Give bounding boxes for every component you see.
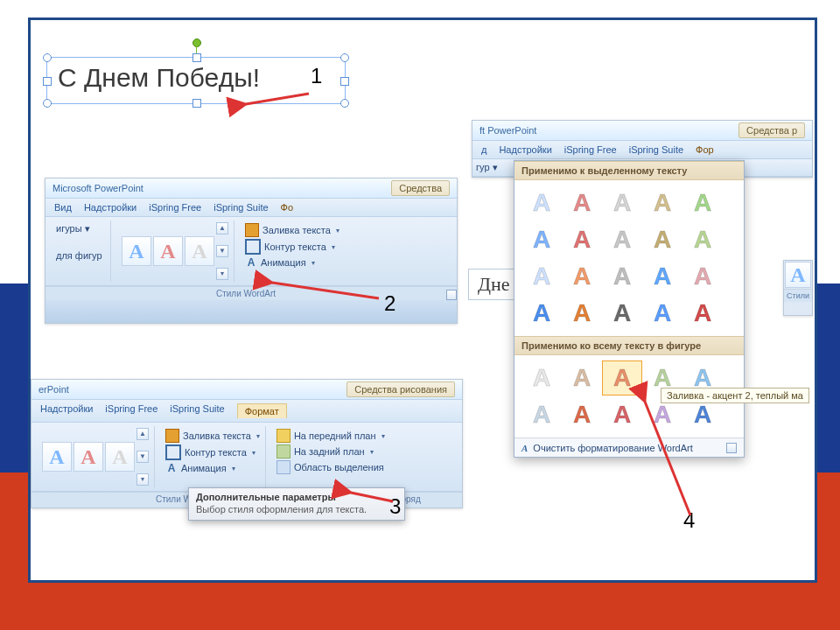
wordart-style-cell[interactable]: A	[522, 296, 562, 331]
tab-addins[interactable]: Надстройки	[40, 403, 93, 418]
wordart-style-cell[interactable]: A	[562, 259, 602, 294]
resize-handle[interactable]	[43, 99, 52, 108]
slide-peek-text: Дне	[468, 269, 520, 300]
wordart-style-cell[interactable]: A	[642, 259, 682, 294]
panel-4-side-ribbon: A Стили	[783, 260, 813, 316]
arrow-1	[241, 90, 311, 114]
wordart-style-cell[interactable]: A	[642, 222, 682, 257]
arrow-4	[638, 396, 699, 522]
tab-view-cut[interactable]: д	[481, 144, 486, 155]
tab-ispring-free[interactable]: iSpring Free	[564, 144, 617, 155]
wordart-style-cell[interactable]: A	[562, 360, 602, 396]
wordart-style-cell[interactable]: A	[602, 397, 642, 432]
panel-3-tabs: Надстройки iSpring Free iSpring Suite Фо…	[32, 400, 462, 423]
gallery-footer: A Очистить форматирование WordArt	[514, 438, 744, 457]
wordart-style-cell[interactable]: A	[682, 296, 723, 331]
panel-2-body: игуры ▾ для фигур A A A ▲▼▾ Заливка текс…	[46, 217, 457, 286]
text-outline-icon	[245, 239, 261, 255]
wordart-style-cell[interactable]: A	[682, 222, 723, 257]
shapes-cut[interactable]: гур ▾	[476, 161, 506, 174]
text-fill-icon	[165, 429, 179, 443]
group-text-effects: Заливка текста Контур текста AАнимация	[160, 426, 266, 487]
context-tab: Средства р	[738, 122, 805, 138]
group-wordart-styles: A A A ▲▼▾	[37, 426, 155, 487]
tab-ispring-suite[interactable]: iSpring Suite	[170, 403, 224, 418]
wordart-style-cell[interactable]: A	[522, 186, 562, 220]
context-tab: Средства	[391, 180, 450, 196]
tab-ispring-suite[interactable]: iSpring Suite	[214, 202, 268, 213]
app-title: erPoint	[38, 384, 69, 395]
wordart-style-cell[interactable]: A	[522, 222, 562, 257]
tab-ispring-free[interactable]: iSpring Free	[105, 403, 158, 418]
selection-pane-button[interactable]: Область выделения	[276, 459, 385, 475]
tab-format[interactable]: Формат	[237, 403, 287, 418]
text-fill-button[interactable]: Заливка текста	[165, 428, 260, 444]
wordart-style-cell[interactable]: A	[602, 296, 642, 331]
animation-button[interactable]: AАнимация	[165, 461, 260, 475]
wordart-style-cell[interactable]: A	[602, 186, 642, 220]
resize-handle[interactable]	[340, 99, 349, 108]
wordart-style-cell[interactable]: A	[562, 397, 602, 432]
bring-front-icon	[276, 429, 290, 443]
wordart-style-cell[interactable]: A	[602, 259, 642, 294]
resize-handle[interactable]	[340, 53, 349, 62]
resize-handle[interactable]	[192, 53, 201, 62]
text-outline-button[interactable]: Контур текста	[245, 238, 340, 256]
text-fill-button[interactable]: Заливка текста	[245, 222, 340, 238]
wordart-style-cell[interactable]: A	[682, 259, 723, 294]
annotation-2: 2	[384, 291, 396, 316]
wordart-style-cell[interactable]: A	[522, 360, 562, 396]
animation-button[interactable]: AАнимация	[245, 256, 340, 270]
resize-handle[interactable]	[192, 99, 201, 108]
group-text-effects: Заливка текста Контур текста AАнимация	[240, 220, 345, 282]
wordart-style-cell[interactable]: A	[562, 186, 602, 220]
wordart-style-cell[interactable]: A	[522, 259, 562, 294]
annotation-1: 1	[311, 64, 322, 88]
resize-handle[interactable]	[43, 77, 52, 86]
text-outline-button[interactable]: Контур текста	[165, 444, 260, 461]
panel-3-body: A A A ▲▼▾ Заливка текста Контур текста A…	[32, 423, 462, 492]
tab-addins[interactable]: Надстройки	[499, 144, 551, 155]
text-outline-icon	[165, 444, 181, 460]
wordart-style-cell[interactable]: A	[602, 360, 642, 396]
tab-ispring-suite[interactable]: iSpring Suite	[629, 144, 683, 155]
wordart-quick-gallery[interactable]: A A A	[122, 236, 214, 266]
tab-view[interactable]: Вид	[54, 202, 72, 213]
tab-format-cut[interactable]: Фор	[696, 144, 714, 155]
wordart-style-cell[interactable]: A	[682, 186, 723, 220]
tab-addins[interactable]: Надстройки	[84, 202, 136, 213]
gallery-spinner[interactable]: ▲▼▾	[216, 222, 228, 280]
panel-4-titlebar: ft PowerPoint Средства р	[472, 121, 812, 141]
footer-launcher[interactable]	[726, 443, 737, 453]
app-title: ft PowerPoint	[480, 125, 536, 136]
svg-line-1	[272, 283, 379, 298]
tab-format[interactable]: Фо	[281, 202, 293, 213]
styles-cut[interactable]: для фигур	[56, 249, 105, 262]
svg-line-0	[246, 94, 309, 104]
send-back-button[interactable]: На задний план	[276, 444, 385, 459]
tab-ispring-free[interactable]: iSpring Free	[149, 202, 201, 213]
wordart-quick-gallery[interactable]: A A A	[42, 442, 135, 472]
wordart-style-cell[interactable]: A	[562, 222, 602, 257]
send-back-icon	[276, 444, 290, 458]
rotate-handle[interactable]	[192, 38, 201, 47]
wordart-style-cell[interactable]: A	[642, 296, 682, 331]
app-title: Microsoft PowerPoint	[52, 183, 144, 193]
dialog-launcher[interactable]	[446, 290, 457, 300]
text-fill-icon	[245, 223, 259, 237]
panel-2-titlebar: Microsoft PowerPoint Средства	[46, 178, 457, 199]
gallery-section-1: Применимо к выделенному тексту	[514, 161, 744, 180]
resize-handle[interactable]	[43, 53, 52, 62]
wordart-style-cell[interactable]: A	[642, 186, 682, 220]
wordart-style-cell[interactable]: A	[522, 397, 562, 432]
gallery-spinner[interactable]: ▲▼▾	[136, 428, 149, 486]
shapes-cut[interactable]: игуры ▾	[56, 222, 105, 235]
gallery-grid-1: AAAAAAAAAAAAAAAAAAAA	[514, 180, 744, 336]
bring-front-button[interactable]: На передний план	[276, 428, 385, 444]
selection-icon	[276, 460, 290, 474]
panel-3-titlebar: erPoint Средства рисования	[32, 380, 462, 400]
wordart-gallery[interactable]: Применимо к выделенному тексту AAAAAAAAA…	[514, 160, 745, 458]
wordart-style-cell[interactable]: A	[602, 222, 642, 257]
wordart-style-cell[interactable]: A	[562, 296, 602, 331]
resize-handle[interactable]	[340, 77, 349, 86]
